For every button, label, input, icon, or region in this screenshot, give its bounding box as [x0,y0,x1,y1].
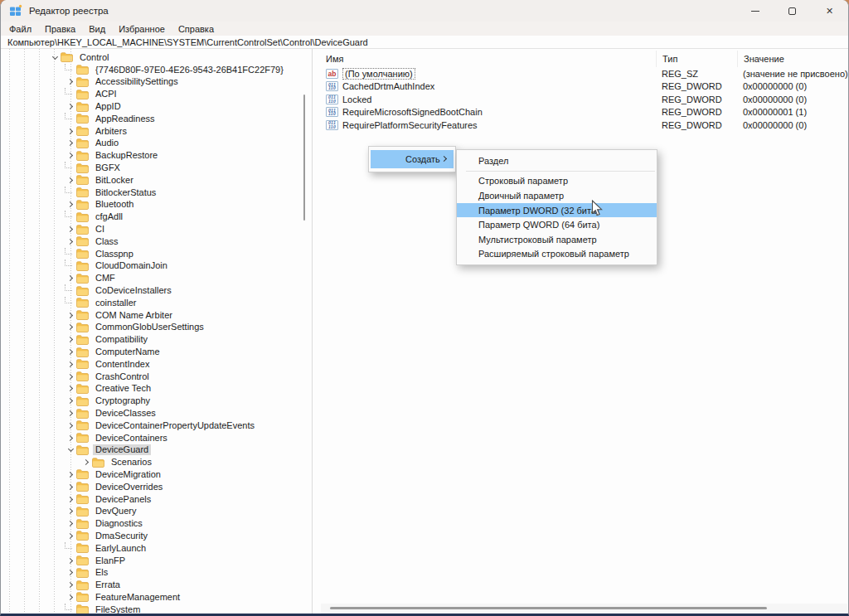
chevron-right-icon[interactable] [65,534,76,538]
tree-item-earlylaunch[interactable]: EarlyLaunch [1,542,312,555]
tree-item-appreadiness[interactable]: AppReadiness [1,113,312,125]
tree-item-elanfp[interactable]: ElanFP [1,555,312,567]
tree-item-contentindex[interactable]: ContentIndex [1,358,312,371]
menu-вид[interactable]: Вид [82,22,112,36]
horizontal-scrollbar-track[interactable] [321,604,847,614]
tree-item-acpi[interactable]: ACPI [1,88,312,100]
chevron-down-icon[interactable] [65,449,76,451]
tree-item-scenarios[interactable]: Scenarios [1,456,312,468]
chevron-right-icon[interactable] [65,424,76,428]
chevron-right-icon[interactable] [65,178,76,182]
tree-item-arbiters[interactable]: Arbiters [1,125,312,138]
tree-item-deviceguard[interactable]: DeviceGuard [1,444,312,457]
chevron-right-icon[interactable] [65,595,76,599]
chevron-right-icon[interactable] [65,399,76,403]
tree-item-errata[interactable]: Errata [1,579,312,591]
tree-item-bitlockerstatus[interactable]: BitlockerStatus [1,187,312,199]
chevron-right-icon[interactable] [65,485,76,489]
minimize-button[interactable] [736,0,774,22]
tree-item-devicecontainerpropertyupdateevents[interactable]: DeviceContainerPropertyUpdateEvents [1,420,312,432]
value-row[interactable]: ab(По умолчанию)REG_SZ(значение не присв… [320,67,848,80]
tree-item-control[interactable]: Control [1,51,312,64]
tree-item-com-name-arbiter[interactable]: COM Name Arbiter [1,309,312,322]
value-row[interactable]: 011110RequireMicrosoftSignedBootChainREG… [320,106,848,119]
tree-item-bitlocker[interactable]: BitLocker [1,174,312,187]
chevron-right-icon[interactable] [65,386,76,390]
tree-item-creative-tech[interactable]: Creative Tech [1,383,312,395]
address-bar[interactable]: Компьютер\HKEY_LOCAL_MACHINE\SYSTEM\Curr… [1,36,848,49]
chevron-right-icon[interactable] [65,436,76,440]
tree-item-compatibility[interactable]: Compatibility [1,333,312,346]
chevron-right-icon[interactable] [65,473,76,477]
tree-item-deviceoverrides[interactable]: DeviceOverrides [1,481,312,493]
tree-item-featuremanagement[interactable]: FeatureManagement [1,591,312,604]
tree-item-bgfx[interactable]: BGFX [1,162,312,174]
submenu-item[interactable]: Мультистроковый параметр [457,232,657,247]
chevron-right-icon[interactable] [65,80,76,84]
column-header-value[interactable]: Значение [737,51,848,67]
tree-item-cfgadll[interactable]: cfgAdll [1,211,312,223]
tree-item-accessibilitysettings[interactable]: AccessibilitySettings [1,76,312,89]
chevron-right-icon[interactable] [65,104,76,109]
submenu-item[interactable]: Раздел [457,153,657,168]
chevron-right-icon[interactable] [65,411,76,415]
tree-item-codeviceinstallers[interactable]: CoDeviceInstallers [1,284,312,297]
tree-item-devicemigration[interactable]: DeviceMigration [1,468,312,481]
chevron-right-icon[interactable] [65,227,76,231]
chevron-right-icon[interactable] [65,509,76,513]
tree-item-crashcontrol[interactable]: CrashControl [1,371,312,383]
tree-item-coinstaller[interactable]: coinstaller [1,297,312,309]
chevron-right-icon[interactable] [65,570,76,575]
menu-избранное[interactable]: Избранное [112,22,172,36]
tree-item-class[interactable]: Class [1,235,312,248]
close-button[interactable]: ✕ [811,0,848,22]
tree-item-cmf[interactable]: CMF [1,272,312,284]
tree-item-devicecontainers[interactable]: DeviceContainers [1,432,312,444]
tree-item-ci[interactable]: CI [1,223,312,235]
pane-splitter[interactable] [312,49,320,614]
tree-item-appid[interactable]: AppID [1,100,312,113]
chevron-right-icon[interactable] [65,313,76,318]
tree-item-cryptography[interactable]: Cryptography [1,395,312,407]
context-menu-item-create[interactable]: Создать [371,150,454,168]
chevron-right-icon[interactable] [65,276,76,280]
tree-item-computername[interactable]: ComputerName [1,346,312,358]
maximize-button[interactable] [774,0,811,22]
menu-правка[interactable]: Правка [38,22,82,36]
value-row[interactable]: 011110RequirePlatformSecurityFeaturesREG… [320,119,848,132]
horizontal-scrollbar-thumb[interactable] [330,607,767,609]
tree-item-dmasecurity[interactable]: DmaSecurity [1,530,312,542]
tree-item-devquery[interactable]: DevQuery [1,505,312,517]
chevron-right-icon[interactable] [65,141,76,145]
chevron-right-icon[interactable] [65,559,76,563]
submenu-item[interactable]: Параметр QWORD (64 бита) [457,217,657,232]
column-header-type[interactable]: Тип [656,51,737,67]
tree-item-backuprestore[interactable]: BackupRestore [1,149,312,162]
chevron-right-icon[interactable] [65,202,76,206]
chevron-right-icon[interactable] [80,460,92,464]
tree-item-diagnostics[interactable]: Diagnostics [1,517,312,530]
tree-item-els[interactable]: Els [1,566,312,579]
menu-файл[interactable]: Файл [2,22,38,36]
tree-item-classpnp[interactable]: Classpnp [1,248,312,260]
value-row[interactable]: 011110LockedREG_DWORD0x00000000 (0) [320,93,848,106]
submenu-item[interactable]: Двоичный параметр [457,188,657,203]
tree-item-devicepanels[interactable]: DevicePanels [1,493,312,506]
chevron-right-icon[interactable] [65,362,76,366]
tree-item-deviceclasses[interactable]: DeviceClasses [1,407,312,420]
menu-справка[interactable]: Справка [172,22,221,36]
tree-item-filesystem[interactable]: FileSystem [1,604,312,614]
column-header-name[interactable]: Имя [320,54,656,64]
chevron-down-icon[interactable] [49,56,61,59]
chevron-right-icon[interactable] [65,129,76,133]
chevron-right-icon[interactable] [65,337,76,342]
chevron-right-icon[interactable] [65,325,76,329]
chevron-right-icon[interactable] [65,521,76,526]
chevron-right-icon[interactable] [65,583,76,587]
chevron-right-icon[interactable] [65,153,76,158]
tree-item-audio[interactable]: Audio [1,138,312,150]
tree-vertical-scrollbar[interactable] [303,95,305,221]
tree-item--7746d80f-97e0-4e26-9543-26b41fc22f79-[interactable]: {7746D80F-97E0-4E26-9543-26B41FC22F79} [1,64,312,76]
tree-item-commonglobusersettings[interactable]: CommonGlobUserSettings [1,322,312,334]
tree-item-clouddomainjoin[interactable]: CloudDomainJoin [1,260,312,273]
